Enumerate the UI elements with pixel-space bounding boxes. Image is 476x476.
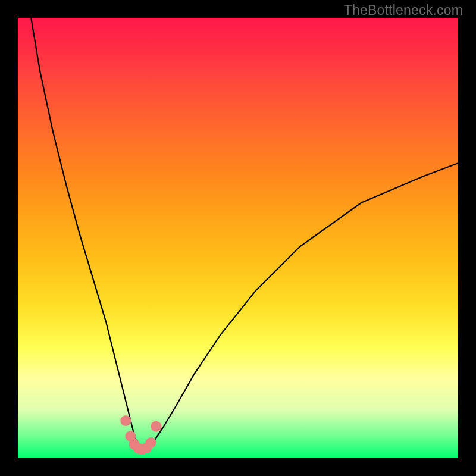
plot-area	[18, 18, 458, 458]
curve-markers	[120, 415, 161, 455]
curve-path	[31, 18, 458, 449]
marker-dot	[146, 437, 156, 448]
watermark-text: TheBottleneck.com	[344, 2, 463, 18]
marker-dot	[120, 415, 131, 426]
bottleneck-curve	[18, 18, 458, 458]
chart-frame: TheBottleneck.com	[0, 0, 476, 476]
marker-dot	[151, 421, 161, 432]
